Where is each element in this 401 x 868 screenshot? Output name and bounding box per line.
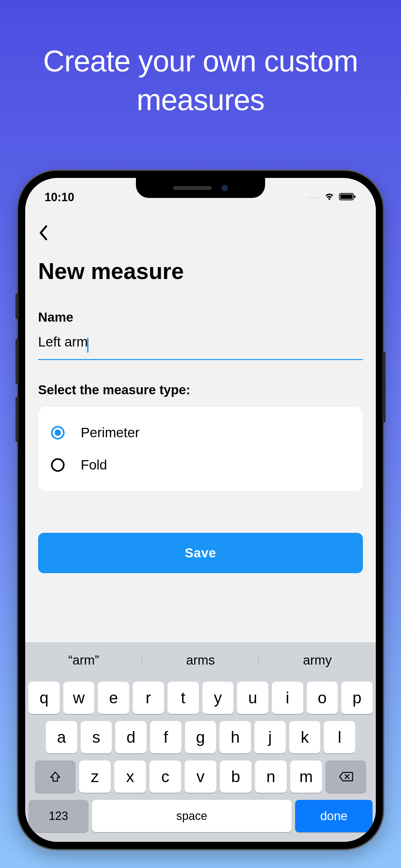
- battery-icon: [339, 192, 357, 202]
- key-z[interactable]: z: [79, 761, 111, 793]
- key-i[interactable]: i: [272, 682, 303, 714]
- radio-option-perimeter[interactable]: Perimeter: [51, 416, 350, 449]
- keyboard-row-1: q w e r t y u i o p: [28, 682, 373, 714]
- device-notch: [136, 178, 265, 198]
- keyboard-row-4: 123 space done: [28, 800, 373, 832]
- app-content: New measure Name Left arm Select the mea…: [25, 207, 376, 573]
- radio-option-fold[interactable]: Fold: [51, 449, 350, 481]
- front-camera: [221, 185, 228, 191]
- phone-screen: 10:10 ···· New measure Name Left arm Sel…: [25, 178, 376, 842]
- name-field-label: Name: [38, 310, 363, 324]
- key-numbers[interactable]: 123: [28, 800, 89, 832]
- name-input-wrap[interactable]: Left arm: [38, 334, 363, 360]
- power-button: [382, 352, 385, 423]
- radio-unselected-icon: [51, 458, 65, 472]
- page-title: New measure: [38, 258, 363, 284]
- keyboard-rows: q w e r t y u i o p a s d f g h: [25, 678, 376, 842]
- key-l[interactable]: l: [324, 721, 355, 753]
- radio-label: Fold: [81, 457, 107, 473]
- key-w[interactable]: w: [63, 682, 95, 714]
- key-v[interactable]: v: [185, 761, 216, 793]
- volume-up-button: [16, 339, 19, 384]
- key-m[interactable]: m: [290, 761, 322, 793]
- svg-rect-1: [340, 194, 352, 199]
- key-n[interactable]: n: [255, 761, 287, 793]
- measure-type-label: Select the measure type:: [38, 383, 363, 397]
- suggestion-1[interactable]: “arm”: [25, 653, 142, 668]
- measure-type-card: Perimeter Fold: [38, 407, 363, 491]
- key-d[interactable]: d: [115, 721, 147, 753]
- save-button[interactable]: Save: [38, 533, 363, 573]
- key-b[interactable]: b: [220, 761, 251, 793]
- key-a[interactable]: a: [46, 721, 77, 753]
- name-input[interactable]: Left arm: [38, 334, 88, 349]
- key-q[interactable]: q: [28, 682, 60, 714]
- backspace-icon: [338, 771, 353, 782]
- status-time: 10:10: [44, 190, 74, 204]
- silent-switch: [16, 293, 19, 319]
- back-button[interactable]: [38, 220, 48, 249]
- suggestion-bar: “arm” arms army: [25, 642, 376, 678]
- suggestion-3[interactable]: army: [259, 653, 376, 668]
- promo-headline: Create your own custom measures: [0, 42, 401, 119]
- key-u[interactable]: u: [237, 682, 268, 714]
- cellular-dots-icon: ····: [308, 193, 320, 202]
- suggestion-2[interactable]: arms: [142, 653, 259, 668]
- svg-rect-2: [354, 195, 356, 198]
- volume-down-button: [16, 397, 19, 442]
- key-y[interactable]: y: [203, 682, 234, 714]
- key-done[interactable]: done: [295, 800, 373, 832]
- radio-selected-icon: [51, 426, 65, 439]
- speaker: [173, 186, 212, 190]
- key-g[interactable]: g: [185, 721, 216, 753]
- shift-icon: [49, 770, 62, 783]
- key-s[interactable]: s: [81, 721, 112, 753]
- key-f[interactable]: f: [150, 721, 181, 753]
- chevron-left-icon: [38, 225, 48, 241]
- key-shift[interactable]: [35, 761, 75, 793]
- key-x[interactable]: x: [114, 761, 146, 793]
- status-indicators: ····: [308, 192, 357, 202]
- key-k[interactable]: k: [289, 721, 320, 753]
- phone-frame: 10:10 ···· New measure Name Left arm Sel…: [18, 171, 383, 849]
- key-e[interactable]: e: [98, 682, 129, 714]
- keyboard-row-3: z x c v b n m: [28, 761, 373, 793]
- key-h[interactable]: h: [220, 721, 251, 753]
- key-j[interactable]: j: [254, 721, 286, 753]
- key-c[interactable]: c: [150, 761, 181, 793]
- key-p[interactable]: p: [341, 682, 373, 714]
- keyboard-row-2: a s d f g h j k l: [28, 721, 373, 753]
- key-backspace[interactable]: [326, 761, 366, 793]
- keyboard: “arm” arms army q w e r t y u i o p: [25, 642, 376, 842]
- key-space[interactable]: space: [92, 800, 291, 832]
- radio-label: Perimeter: [81, 425, 140, 440]
- text-cursor: [87, 338, 89, 352]
- wifi-icon: [323, 192, 335, 202]
- key-r[interactable]: r: [133, 682, 164, 714]
- key-t[interactable]: t: [167, 682, 199, 714]
- key-o[interactable]: o: [307, 682, 338, 714]
